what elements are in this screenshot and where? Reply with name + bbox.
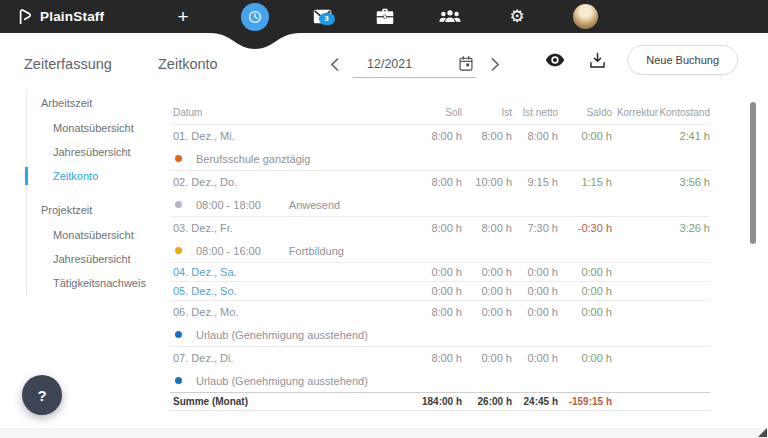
cell-soll: 8:00 h <box>402 222 462 234</box>
table-row-main: 03. Dez., Fr.8:00 h8:00 h7:30 h-0:30 h3:… <box>170 217 710 239</box>
cell-ist: 0:00 h <box>462 352 512 364</box>
table-row-main: 01. Dez., Mi.8:00 h8:00 h8:00 h0:00 h2:4… <box>170 125 710 147</box>
table-header-row: Datum Soll Ist Ist netto Saldo Korrektur… <box>170 100 710 124</box>
cell-ist-netto: 8:00 h <box>512 130 558 142</box>
sidebar-item-jahresuebersicht-arbeitszeit[interactable]: Jahresübersicht <box>27 140 159 164</box>
sidebar-item-monatsuebersicht-arbeitszeit[interactable]: Monatsübersicht <box>27 116 159 140</box>
table-row[interactable]: 05. Dez., So.0:00 h0:00 h0:00 h0:00 h <box>170 281 710 300</box>
projects-button[interactable] <box>370 0 400 33</box>
sidebar-item-monatsuebersicht-projektzeit[interactable]: Monatsübersicht <box>27 223 159 247</box>
table-row[interactable]: 04. Dez., Sa.0:00 h0:00 h0:00 h0:00 h <box>170 262 710 281</box>
sidebar-item-jahresuebersicht-projektzeit[interactable]: Jahresübersicht <box>27 247 159 271</box>
bottom-bar <box>0 428 768 438</box>
blue-status-dot <box>175 331 182 338</box>
column-header-soll: Soll <box>402 107 462 118</box>
chevron-left-icon <box>330 58 339 71</box>
cell-ist: 8:00 h <box>462 130 512 142</box>
settings-button[interactable]: ⚙ <box>502 0 532 33</box>
time-tracking-active-button[interactable] <box>241 3 269 31</box>
brand[interactable]: PlainStaff <box>16 0 104 33</box>
cell-ist: 0:00 h <box>462 266 512 278</box>
messages-button[interactable]: 3 <box>307 0 337 33</box>
cell-ist: 8:00 h <box>462 222 512 234</box>
cell-saldo: 1:15 h <box>558 176 612 188</box>
column-header-ist-netto: Ist netto <box>512 107 558 118</box>
cell-ist-netto: 9:15 h <box>512 176 558 188</box>
entry-time: 08:00 - 16:00 <box>196 245 261 257</box>
calendar-icon[interactable] <box>459 56 473 71</box>
period-navigation <box>324 50 505 78</box>
summary-cell-soll: 184:00 h <box>402 396 462 407</box>
unread-badge: 3 <box>319 13 335 25</box>
cell-saldo: 0:00 h <box>558 266 612 278</box>
period-field[interactable] <box>353 51 476 78</box>
entry-label: Urlaub (Genehmigung ausstehend) <box>196 375 368 387</box>
cell-ist-netto: 7:30 h <box>512 222 558 234</box>
vertical-scrollbar[interactable] <box>750 102 756 244</box>
sidebar-item-taetigkeitsnachweis[interactable]: Tätigkeitsnachweis <box>27 271 159 295</box>
visibility-button[interactable] <box>543 48 567 72</box>
cell-soll: 0:00 h <box>402 266 462 278</box>
booking-entry[interactable]: Berufsschule ganztägig <box>170 147 710 170</box>
cell-datum: 05. Dez., So. <box>170 285 402 297</box>
column-header-datum: Datum <box>170 107 402 118</box>
cell-ist: 0:00 h <box>462 306 512 318</box>
booking-entry[interactable]: 08:00 - 16:00Fortbildung <box>170 239 710 262</box>
active-tab-notch <box>210 33 300 50</box>
booking-entry[interactable]: Urlaub (Genehmigung ausstehend) <box>170 323 710 346</box>
table-row[interactable]: 03. Dez., Fr.8:00 h8:00 h7:30 h-0:30 h3:… <box>170 216 710 262</box>
briefcase-icon <box>376 8 394 25</box>
clock-icon <box>247 9 263 25</box>
cell-ist-netto: 0:00 h <box>512 352 558 364</box>
cell-soll: 8:00 h <box>402 130 462 142</box>
table-body: 01. Dez., Mi.8:00 h8:00 h8:00 h0:00 h2:4… <box>170 124 710 392</box>
sidebar-group-projektzeit: Projektzeit <box>27 197 159 223</box>
amber-status-dot <box>175 247 182 254</box>
user-menu-button[interactable] <box>570 0 600 33</box>
cell-saldo: 0:00 h <box>558 306 612 318</box>
column-header-kontostand: Kontostand <box>658 107 710 118</box>
cell-saldo: 0:00 h <box>558 130 612 142</box>
add-button[interactable]: + <box>168 0 198 33</box>
table-row[interactable]: 02. Dez., Do.8:00 h10:00 h9:15 h1:15 h3:… <box>170 170 710 216</box>
sidebar-title: Zeiterfassung <box>24 56 112 72</box>
booking-entry[interactable]: Urlaub (Genehmigung ausstehend) <box>170 369 710 392</box>
header-actions: Neue Buchung <box>543 45 738 75</box>
period-input[interactable] <box>367 57 423 71</box>
next-month-button[interactable] <box>485 54 505 74</box>
plainstaff-logo-icon <box>16 8 33 25</box>
cell-datum: 02. Dez., Do. <box>170 176 402 188</box>
column-header-saldo: Saldo <box>558 107 612 118</box>
time-account-table: Datum Soll Ist Ist netto Saldo Korrektur… <box>170 100 710 392</box>
table-row[interactable]: 07. Dez., Di.8:00 h0:00 h0:00 h0:00 hUrl… <box>170 346 710 392</box>
help-button[interactable]: ? <box>22 375 62 415</box>
resize-grip-icon[interactable] <box>758 428 767 437</box>
cell-kontostand: 3:26 h <box>658 222 710 234</box>
gear-icon: ⚙ <box>509 8 524 25</box>
table-row[interactable]: 06. Dez., Mo.8:00 h0:00 h0:00 h0:00 hUrl… <box>170 300 710 346</box>
team-button[interactable] <box>435 0 465 33</box>
column-header-ist: Ist <box>462 107 512 118</box>
cell-datum: 06. Dez., Mo. <box>170 306 402 318</box>
people-icon <box>439 9 461 24</box>
summary-row: Summe (Monat)184:00 h26:00 h24:45 h-159:… <box>170 392 710 411</box>
cell-ist-netto: 0:00 h <box>512 306 558 318</box>
export-button[interactable] <box>585 48 609 72</box>
cell-soll: 8:00 h <box>402 176 462 188</box>
blue-status-dot <box>175 377 182 384</box>
table-row-main: 05. Dez., So.0:00 h0:00 h0:00 h0:00 h <box>170 282 710 300</box>
cell-kontostand: 3:56 h <box>658 176 710 188</box>
cell-datum: 04. Dez., Sa. <box>170 266 402 278</box>
previous-month-button[interactable] <box>324 54 344 74</box>
summary-cell-saldo: -159:15 h <box>558 396 612 407</box>
entry-label: Anwesend <box>289 199 340 211</box>
booking-entry[interactable]: 08:00 - 18:00Anwesend <box>170 193 710 216</box>
table-row[interactable]: 01. Dez., Mi.8:00 h8:00 h8:00 h0:00 h2:4… <box>170 124 710 170</box>
sidebar-item-zeitkonto[interactable]: Zeitkonto <box>27 164 159 188</box>
plus-icon: + <box>177 7 188 26</box>
summary-cell-ist-netto: 24:45 h <box>512 396 558 407</box>
sidebar-menu: Arbeitszeit Monatsübersicht Jahresübersi… <box>26 90 159 295</box>
cell-ist: 10:00 h <box>462 176 512 188</box>
cell-soll: 0:00 h <box>402 285 462 297</box>
new-booking-button[interactable]: Neue Buchung <box>627 45 738 75</box>
